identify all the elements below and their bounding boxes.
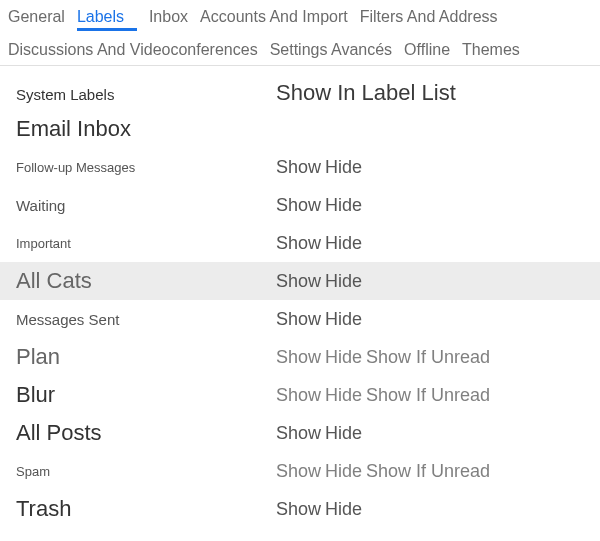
trash-hide[interactable]: Hide <box>325 499 362 520</box>
allposts-show[interactable]: Show <box>276 423 321 444</box>
tab-accounts[interactable]: Accounts And Import <box>194 4 354 37</box>
tab-discussions[interactable]: Discussions And Videoconferences <box>2 37 264 65</box>
label-sent: Messages Sent <box>16 311 276 328</box>
waiting-hide[interactable]: Hide <box>325 195 362 216</box>
allcats-show[interactable]: Show <box>276 271 321 292</box>
tab-labels-text: Labels <box>77 8 124 25</box>
label-plan: Plan <box>16 344 276 370</box>
tab-active-underline <box>77 28 137 31</box>
row-sent: Messages Sent Show Hide <box>0 300 600 338</box>
label-allcats: All Cats <box>16 268 276 294</box>
waiting-show[interactable]: Show <box>276 195 321 216</box>
tab-offline[interactable]: Offline <box>398 37 456 65</box>
label-inbox: Email Inbox <box>16 116 276 142</box>
row-inbox: Email Inbox <box>0 110 600 148</box>
label-important: Important <box>16 236 276 251</box>
blur-unread[interactable]: Show If Unread <box>366 385 490 406</box>
plan-hide[interactable]: Hide <box>325 347 362 368</box>
plan-unread[interactable]: Show If Unread <box>366 347 490 368</box>
allcats-hide[interactable]: Hide <box>325 271 362 292</box>
label-followup: Follow-up Messages <box>16 160 276 175</box>
row-spam: Spam Show Hide Show If Unread <box>0 452 600 490</box>
sent-show[interactable]: Show <box>276 309 321 330</box>
labels-content: System Labels Show In Label List Email I… <box>0 66 600 528</box>
tab-general[interactable]: General <box>2 4 71 37</box>
blur-show[interactable]: Show <box>276 385 321 406</box>
settings-tabs: General Labels Inbox Accounts And Import… <box>0 0 600 66</box>
row-followup: Follow-up Messages Show Hide <box>0 148 600 186</box>
spam-show[interactable]: Show <box>276 461 321 482</box>
row-trash: Trash Show Hide <box>0 490 600 528</box>
followup-show[interactable]: Show <box>276 157 321 178</box>
spam-hide[interactable]: Hide <box>325 461 362 482</box>
plan-show[interactable]: Show <box>276 347 321 368</box>
show-in-list-header: Show In Label List <box>276 80 600 106</box>
label-blur: Blur <box>16 382 276 408</box>
label-spam: Spam <box>16 464 276 479</box>
system-labels-title: System Labels <box>16 86 276 103</box>
important-hide[interactable]: Hide <box>325 233 362 254</box>
allposts-hide[interactable]: Hide <box>325 423 362 444</box>
spam-unread[interactable]: Show If Unread <box>366 461 490 482</box>
label-allposts: All Posts <box>16 420 276 446</box>
tab-advanced[interactable]: Settings Avancés <box>264 37 398 65</box>
row-plan: Plan Show Hide Show If Unread <box>0 338 600 376</box>
row-allposts: All Posts Show Hide <box>0 414 600 452</box>
row-important: Important Show Hide <box>0 224 600 262</box>
row-blur: Blur Show Hide Show If Unread <box>0 376 600 414</box>
sent-hide[interactable]: Hide <box>325 309 362 330</box>
label-waiting: Waiting <box>16 197 276 214</box>
row-waiting: Waiting Show Hide <box>0 186 600 224</box>
tab-filters[interactable]: Filters And Address <box>354 4 504 37</box>
tab-themes[interactable]: Themes <box>456 37 526 65</box>
section-header: System Labels Show In Label List <box>0 74 600 110</box>
followup-hide[interactable]: Hide <box>325 157 362 178</box>
blur-hide[interactable]: Hide <box>325 385 362 406</box>
trash-show[interactable]: Show <box>276 499 321 520</box>
tab-inbox[interactable]: Inbox <box>143 4 194 37</box>
row-allcats: All Cats Show Hide <box>0 262 600 300</box>
important-show[interactable]: Show <box>276 233 321 254</box>
tab-labels[interactable]: Labels <box>71 4 143 37</box>
label-trash: Trash <box>16 496 276 522</box>
